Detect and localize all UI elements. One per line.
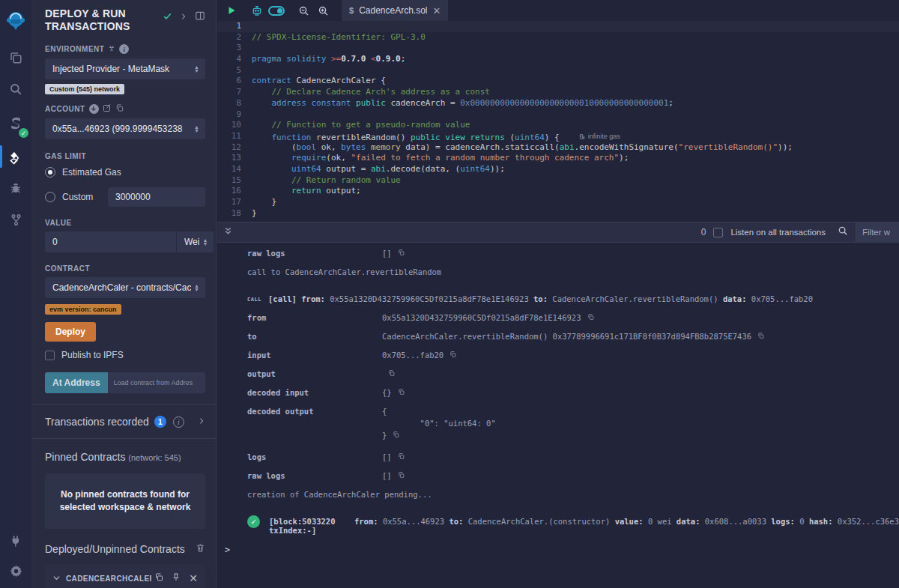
publish-ipfs-label: Publish to IPFS bbox=[61, 350, 124, 360]
contract-select[interactable]: CadenceArchCaler - contracts/Cac ▲▼ bbox=[45, 277, 205, 298]
copy-icon[interactable] bbox=[388, 369, 395, 378]
at-address-button[interactable]: At Address bbox=[45, 372, 108, 393]
clear-contracts-trash-icon[interactable] bbox=[196, 542, 205, 556]
code-line[interactable]: 13 require(ok, "failed to fetch a random… bbox=[217, 153, 899, 164]
pin-contract-icon[interactable] bbox=[172, 572, 181, 585]
code-line[interactable]: 15 // Return random value bbox=[217, 175, 899, 187]
solidity-file-icon: $ bbox=[349, 6, 354, 15]
custom-gas-input[interactable] bbox=[108, 187, 205, 207]
remix-logo-icon[interactable] bbox=[0, 6, 31, 34]
tab-close-icon[interactable]: ✕ bbox=[433, 5, 441, 16]
copy-icon[interactable] bbox=[757, 332, 764, 341]
search-icon[interactable] bbox=[0, 76, 31, 102]
copy-icon[interactable] bbox=[398, 471, 405, 480]
code-line[interactable]: 3 bbox=[217, 43, 899, 54]
plug-small-icon[interactable] bbox=[108, 45, 115, 54]
terminal-prompt[interactable]: > bbox=[225, 545, 899, 555]
remove-contract-icon[interactable]: ✕ bbox=[189, 572, 198, 584]
copy-icon[interactable] bbox=[398, 452, 405, 461]
terminal-row: output bbox=[247, 369, 899, 378]
estimated-gas-radio[interactable] bbox=[45, 167, 55, 178]
environment-select[interactable]: Injected Provider - MetaMask ▲▼ bbox=[45, 58, 205, 79]
line-number: 12 bbox=[217, 142, 252, 154]
card-title: CADENCEARCHCALER AT 0X bbox=[66, 575, 151, 583]
ai-toggle-switch[interactable] bbox=[267, 1, 286, 20]
code-line[interactable]: 12 (bool ok, bytes memory data) = cadenc… bbox=[217, 142, 899, 154]
copy-icon[interactable] bbox=[587, 313, 594, 322]
terminal-bar: 0 Listen on all transactions Filter w bbox=[217, 222, 899, 243]
terminal-row: raw logs[] bbox=[247, 249, 899, 258]
account-label: ACCOUNT + bbox=[45, 103, 205, 114]
code-line[interactable]: 6contract CadenceArchCaler { bbox=[217, 76, 899, 87]
terminal-row: decoded input{} bbox=[247, 388, 899, 397]
zoom-in-icon[interactable] bbox=[313, 1, 333, 20]
terminal-filter-input[interactable]: Filter w bbox=[856, 222, 899, 243]
code-line[interactable]: 9 bbox=[217, 109, 899, 121]
value-input[interactable] bbox=[45, 231, 176, 252]
code-line[interactable]: 14 uint64 output = abi.decode(data, (uin… bbox=[217, 164, 899, 175]
code-line[interactable]: 11 function revertibleRandom() public vi… bbox=[217, 131, 899, 142]
gas-estimate-annotation: infinite gas bbox=[579, 131, 620, 142]
value-unit-select[interactable]: Wei ▲▼ bbox=[176, 231, 214, 252]
line-number: 9 bbox=[217, 109, 252, 121]
code-line[interactable]: 8 address constant public cadenceArch = … bbox=[217, 98, 899, 109]
terminal-row: toCadenceArchCaler.revertibleRandom() 0x… bbox=[247, 332, 899, 341]
copy-icon[interactable] bbox=[398, 249, 405, 258]
remix-ai-robot-icon[interactable] bbox=[247, 1, 267, 20]
publish-ipfs-checkbox[interactable] bbox=[45, 351, 55, 360]
code-line[interactable]: 17 } bbox=[217, 197, 899, 208]
deployed-contract-card: CADENCEARCHCALER AT 0X ✕ Balance: 0 ETH … bbox=[45, 564, 205, 588]
tab-cadencearch-sol[interactable]: $ CadenceArch.sol ✕ bbox=[342, 0, 448, 21]
solidity-compiler-icon[interactable]: ✓ bbox=[0, 109, 31, 139]
plugin-manager-icon[interactable] bbox=[0, 528, 31, 554]
evm-version-badge: evm version: cancun bbox=[45, 304, 121, 315]
terminal-expand-chevrons-icon[interactable] bbox=[223, 225, 233, 239]
card-collapse-icon[interactable] bbox=[52, 572, 61, 585]
code-line[interactable]: 2// SPDX-License-Identifier: GPL-3.0 bbox=[217, 32, 899, 43]
chevron-updown-icon: ▲▼ bbox=[202, 238, 208, 246]
sign-message-icon[interactable] bbox=[103, 103, 112, 114]
custom-gas-radio[interactable] bbox=[45, 192, 55, 202]
copy-address-icon[interactable] bbox=[154, 572, 163, 585]
copy-icon[interactable] bbox=[398, 388, 405, 397]
file-explorer-icon[interactable] bbox=[0, 45, 31, 70]
terminal-row: raw logs[] bbox=[247, 471, 899, 480]
copy-icon[interactable] bbox=[450, 351, 456, 360]
code-line[interactable]: 18} bbox=[217, 208, 899, 219]
code-line[interactable]: 7 // Declare Cadence Arch's address as a… bbox=[217, 87, 899, 98]
terminal-search-icon[interactable] bbox=[838, 225, 848, 239]
add-account-icon[interactable]: + bbox=[89, 104, 99, 114]
pinned-empty-message: No pinned contracts found for selected w… bbox=[45, 473, 205, 529]
code-line[interactable]: 5 bbox=[217, 65, 899, 76]
listen-all-label: Listen on all transactions bbox=[730, 228, 826, 237]
panel-title: DEPLOY & RUN TRANSACTIONS bbox=[45, 7, 157, 33]
copy-icon[interactable] bbox=[393, 431, 399, 440]
panel-pin-view-icon[interactable] bbox=[195, 10, 205, 24]
deployed-contracts-title: Deployed/Unpinned Contracts bbox=[45, 543, 185, 555]
line-number: 2 bbox=[217, 32, 252, 43]
listen-all-checkbox[interactable] bbox=[713, 228, 723, 237]
settings-gear-icon[interactable] bbox=[0, 558, 31, 584]
run-script-play-icon[interactable] bbox=[222, 1, 241, 20]
git-icon[interactable] bbox=[0, 207, 31, 232]
activity-bar: ✓ bbox=[0, 0, 31, 588]
environment-info-icon[interactable]: i bbox=[119, 44, 129, 54]
transactions-info-icon[interactable]: i bbox=[173, 416, 184, 428]
code-editor[interactable]: 12// SPDX-License-Identifier: GPL-3.034p… bbox=[217, 21, 899, 222]
chevron-updown-icon: ▲▼ bbox=[194, 65, 199, 73]
code-line[interactable]: 10 // Function to get a pseudo-random va… bbox=[217, 120, 899, 131]
code-line[interactable]: 16 return output; bbox=[217, 186, 899, 197]
code-line[interactable]: 4pragma solidity >=0.7.0 <0.9.0; bbox=[217, 54, 899, 65]
terminal-row: creation of CadenceArchCaler pending... bbox=[247, 490, 899, 499]
code-line[interactable]: 1 bbox=[217, 21, 899, 32]
debugger-icon[interactable] bbox=[0, 175, 31, 201]
deploy-run-icon[interactable] bbox=[0, 144, 31, 172]
transactions-recorded-row[interactable]: Transactions recorded 1 i bbox=[45, 404, 205, 438]
copy-account-icon[interactable] bbox=[115, 103, 124, 114]
deploy-button[interactable]: Deploy bbox=[45, 322, 96, 342]
panel-forward-icon[interactable] bbox=[180, 10, 187, 24]
zoom-out-icon[interactable] bbox=[294, 1, 313, 20]
account-select[interactable]: 0x55a...46923 (999.9999453238 ▲▼ bbox=[45, 118, 205, 139]
at-address-input[interactable]: Load contract from Addres bbox=[108, 372, 205, 393]
transactions-expand-icon[interactable] bbox=[198, 415, 205, 428]
